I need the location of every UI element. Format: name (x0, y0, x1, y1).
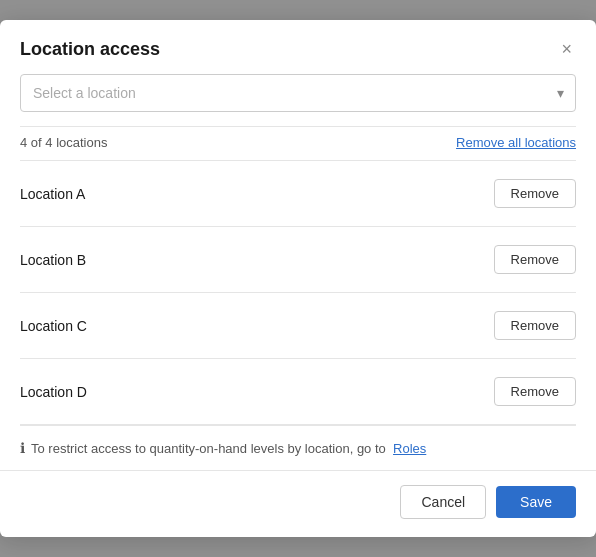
modal-header: Location access × (0, 20, 596, 74)
modal-body: Select a location ▾ 4 of 4 locations Rem… (0, 74, 596, 470)
remove-location-button[interactable]: Remove (494, 377, 576, 406)
remove-location-button[interactable]: Remove (494, 311, 576, 340)
cancel-button[interactable]: Cancel (400, 485, 486, 519)
modal-dialog: Location access × Select a location ▾ 4 … (0, 20, 596, 537)
list-item: Location ARemove (20, 161, 576, 227)
roles-link[interactable]: Roles (393, 441, 426, 456)
list-item: Location CRemove (20, 293, 576, 359)
location-name: Location A (20, 186, 85, 202)
locations-count: 4 of 4 locations (20, 135, 107, 150)
close-button[interactable]: × (557, 38, 576, 60)
locations-list: Location ARemoveLocation BRemoveLocation… (20, 160, 576, 425)
modal-title: Location access (20, 39, 160, 60)
location-name: Location D (20, 384, 87, 400)
info-text: To restrict access to quantity-on-hand l… (31, 441, 426, 456)
save-button[interactable]: Save (496, 486, 576, 518)
info-icon: ℹ (20, 440, 25, 456)
modal-footer: Cancel Save (0, 470, 596, 537)
modal-overlay: Location access × Select a location ▾ 4 … (0, 0, 596, 557)
list-item: Location BRemove (20, 227, 576, 293)
remove-location-button[interactable]: Remove (494, 179, 576, 208)
remove-all-button[interactable]: Remove all locations (456, 135, 576, 150)
list-item: Location DRemove (20, 359, 576, 425)
locations-meta: 4 of 4 locations Remove all locations (20, 126, 576, 160)
remove-location-button[interactable]: Remove (494, 245, 576, 274)
info-bar: ℹ To restrict access to quantity-on-hand… (20, 425, 576, 470)
location-select[interactable]: Select a location (20, 74, 576, 112)
location-name: Location B (20, 252, 86, 268)
location-select-wrapper: Select a location ▾ (20, 74, 576, 112)
location-name: Location C (20, 318, 87, 334)
